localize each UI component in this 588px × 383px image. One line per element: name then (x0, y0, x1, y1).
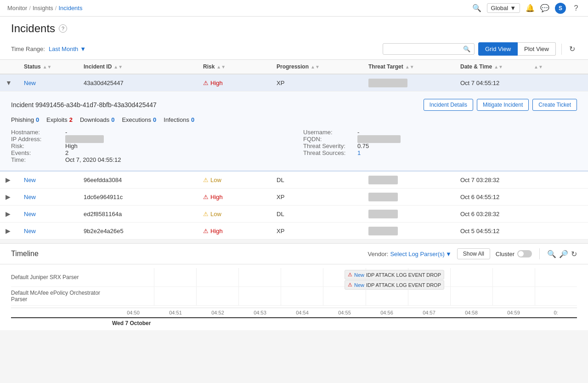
search-box[interactable]: 🔍 (383, 43, 475, 55)
expanded-header: Incident 99491456-a34b-41d7-8bfb-43a30d4… (11, 99, 577, 111)
cluster-toggle-switch[interactable] (517, 250, 532, 257)
page-help-icon[interactable]: ? (59, 24, 67, 33)
chat-icon[interactable]: 💬 (540, 4, 549, 13)
threat-target-blurred (368, 79, 407, 87)
row-status: New (24, 211, 84, 217)
detail-grid: Hostname: - IP Address: Risk: High Event… (11, 129, 577, 163)
timeline-row: Default McAfee ePolicy Orchestrator Pars… (11, 287, 577, 306)
fqdn-blurred (357, 135, 401, 143)
row-progression: XP (277, 80, 368, 86)
refresh-button[interactable]: ↻ (567, 43, 577, 55)
search-icon[interactable]: 🔍 (472, 4, 481, 13)
incident-tabs: Phishing 0 Exploits 2 Downloads 0 Execut… (11, 116, 577, 123)
bubble-status: New (354, 272, 364, 278)
global-selector[interactable]: Global ▼ (487, 3, 520, 13)
chevron-down-icon: ▼ (80, 46, 86, 52)
row-incident-id: 96eefdda3084 (84, 177, 203, 183)
incident-details-button[interactable]: Incident Details (424, 99, 473, 111)
timeline-rows: Default Juniper SRX Parser (11, 268, 577, 306)
row-incident-id: 9b2e2e4a26e5 (84, 228, 203, 234)
warn-icon: ⚠ (348, 272, 352, 278)
row-threat-target (368, 177, 460, 183)
tab-executions[interactable]: Executions 0 (122, 116, 156, 123)
detail-username: Username: - (303, 129, 577, 136)
expand-icon-col[interactable]: ▶ (6, 210, 24, 217)
bell-icon[interactable]: 🔔 (526, 4, 535, 13)
row-threat-target (368, 194, 460, 200)
detail-fqdn: FQDN: (303, 136, 577, 143)
expand-icon-col[interactable]: ▶ (6, 193, 24, 200)
expand-icon[interactable]: ▶ (6, 227, 11, 234)
row-progression: DL (277, 211, 368, 217)
expand-icon-col[interactable]: ▶ (6, 227, 24, 234)
detail-hostname: Hostname: - (11, 129, 285, 136)
row-incident-id: 43a30d425447 (84, 80, 203, 86)
row-datetime: Oct 6 03:28:32 (460, 211, 534, 217)
search-input[interactable] (387, 46, 463, 52)
grid-view-button[interactable]: Grid View (478, 42, 518, 56)
mitigate-incident-button[interactable]: Mitigate Incident (477, 99, 529, 111)
row-incident-id: ed2f8581164a (84, 211, 203, 217)
zoom-in-icon[interactable]: 🔍 (547, 250, 556, 258)
timeline-section: Timeline Vendor: Select Log Parser(s) ▼ … (0, 243, 588, 330)
time-range-value[interactable]: Last Month ▼ (49, 46, 86, 52)
col-incident-id[interactable]: Incident ID ▲▼ (84, 63, 203, 70)
col-threat-target[interactable]: Threat Target ▲▼ (368, 63, 460, 70)
axis-label: 04:57 (408, 308, 450, 317)
expand-icon[interactable]: ▶ (6, 176, 11, 183)
breadcrumb-insights[interactable]: Insights (33, 5, 53, 11)
col-status[interactable]: Status ▲▼ (24, 63, 84, 70)
chevron-down-icon: ▼ (510, 5, 516, 11)
time-range: Time Range: Last Month ▼ (11, 46, 86, 52)
expand-icon-col[interactable]: ▶ (6, 176, 24, 183)
breadcrumb-sep1: / (29, 5, 31, 11)
nav-right: 🔍 Global ▼ 🔔 💬 S ? (472, 3, 581, 14)
tab-exploits[interactable]: Exploits 2 (46, 116, 73, 123)
col-datetime[interactable]: Date & Time ▲▼ (460, 63, 534, 70)
timeline-date: Wed 7 October (11, 317, 577, 326)
breadcrumb-monitor[interactable]: Monitor (7, 5, 27, 11)
vendor-select-button[interactable]: Select Log Parser(s) ▼ (390, 251, 451, 257)
detail-left: Hostname: - IP Address: Risk: High Event… (11, 129, 285, 163)
cluster-label: Cluster (496, 251, 514, 257)
help-icon[interactable]: ? (571, 4, 581, 13)
row-progression: XP (277, 194, 368, 200)
axis-label: 0: (535, 308, 577, 317)
sort-icon-tt: ▲▼ (405, 64, 414, 69)
table-row[interactable]: ▶ New ed2f8581164a ⚠ Low DL Oct 6 03:28:… (0, 206, 588, 223)
timeline-title: Timeline (11, 250, 39, 258)
bubble-label: IDP ATTACK LOG EVENT DROP (366, 272, 441, 278)
table-row[interactable]: ▶ New 9b2e2e4a26e5 ⚠ High XP Oct 5 04:55… (0, 223, 588, 240)
event-bubble-1[interactable]: ⚠ New IDP ATTACK LOG EVENT DROP (345, 270, 444, 280)
view-btn-group: Grid View Plot View (478, 42, 556, 56)
row-datetime: Oct 7 04:55:12 (460, 80, 534, 86)
row-risk: ⚠ High (203, 194, 277, 200)
col-progression[interactable]: Progression ▲▼ (277, 63, 368, 70)
table-row[interactable]: ▶ New 1dc6e964911c ⚠ High XP Oct 6 04:55… (0, 189, 588, 206)
expand-icon[interactable]: ▶ (6, 193, 11, 200)
table-row[interactable]: ▼ New 43a30d425447 ⚠ High XP Oct 7 04:55… (0, 74, 588, 91)
expand-icon[interactable]: ▶ (6, 210, 11, 217)
col-risk[interactable]: Risk ▲▼ (203, 63, 277, 70)
tab-downloads[interactable]: Downloads 0 (80, 116, 115, 123)
threat-sources-link[interactable]: 1 (357, 149, 361, 156)
plot-view-button[interactable]: Plot View (518, 42, 556, 56)
create-ticket-button[interactable]: Create Ticket (532, 99, 577, 111)
avatar[interactable]: S (555, 3, 566, 14)
zoom-out-icon[interactable]: 🔎 (559, 250, 568, 258)
tab-phishing[interactable]: Phishing 0 (11, 116, 39, 123)
table-row[interactable]: ▶ New 96eefdda3084 ⚠ Low DL Oct 7 03:28:… (0, 171, 588, 189)
axis-label: 04:56 (366, 308, 408, 317)
refresh-timeline-icon[interactable]: ↻ (571, 250, 577, 258)
tab-infections[interactable]: Infections 0 (164, 116, 194, 123)
timeline-controls: Vendor: Select Log Parser(s) ▼ Show All … (368, 248, 577, 259)
collapse-icon[interactable]: ▼ (6, 79, 12, 86)
row-risk: ⚠ Low (203, 211, 277, 217)
show-all-button[interactable]: Show All (457, 248, 490, 259)
page-title: Incidents (11, 22, 55, 35)
toggle-knob (518, 251, 524, 257)
row-datetime: Oct 7 03:28:32 (460, 177, 534, 183)
timeline-row: Default Juniper SRX Parser (11, 268, 577, 287)
sort-icon-prog: ▲▼ (311, 64, 320, 69)
expand-icon-col[interactable]: ▼ (6, 79, 24, 86)
